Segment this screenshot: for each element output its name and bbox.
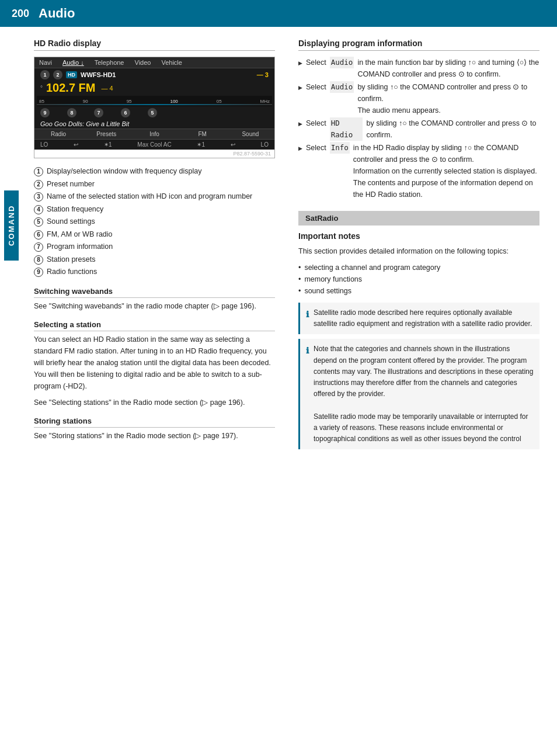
nav-navi: Navi <box>39 59 52 66</box>
ann-num-8: 8 <box>34 255 43 265</box>
storing-stations-text: See "Storing stations" in the Radio mode… <box>34 430 275 442</box>
radio-circle-8: 8 <box>67 108 76 117</box>
annotation-8: 8 Station presets <box>34 255 275 265</box>
radio-circle-6: 6 <box>121 108 130 117</box>
radio-circle-2: 2 <box>53 70 62 79</box>
selecting-station-title: Selecting a station <box>34 320 275 331</box>
ann-text-1: Display/selection window with frequency … <box>47 167 201 177</box>
bottom-star1: ✶1 <box>104 141 112 148</box>
nav-telephone: Telephone <box>95 59 124 66</box>
nav-video: Video <box>135 59 151 66</box>
menu-presets[interactable]: Presets <box>82 129 130 139</box>
annotation-4: 4 Station frequency <box>34 204 275 215</box>
info-icon-1: ℹ <box>306 308 309 330</box>
ann-num-3: 3 <box>34 192 43 202</box>
bullet-sound: sound settings <box>298 285 539 297</box>
radio-image-label: P82.87-5590-31 <box>34 150 274 158</box>
switching-wavebands-title: Switching wavebands <box>34 287 275 298</box>
ann-num-5: 5 <box>34 217 43 227</box>
bullet-channel: selecting a channel and program category <box>298 262 539 273</box>
ann-text-7: Program information <box>47 242 113 252</box>
annotation-3: 3 Name of the selected station with HD i… <box>34 192 275 202</box>
info-note-1-text: Satellite radio mode described here requ… <box>314 307 534 330</box>
annotation-9: 9 Radio functions <box>34 267 275 278</box>
ann-num-9: 9 <box>34 268 43 277</box>
annotation-7: 7 Program information <box>34 242 275 252</box>
step4-info: Info <box>330 142 350 154</box>
scale-mhz: MHz <box>260 99 270 104</box>
ann-num-7: 7 <box>34 242 43 252</box>
radio-scale-bar: 85 90 95 100 05 MHz <box>37 96 272 106</box>
scale-90: 90 <box>83 99 88 104</box>
radio-station-line: 1 2 HD WWFS-HD1 — 3 <box>34 68 274 80</box>
radio-degree-mark: ° <box>40 85 43 91</box>
step-3: Select HD Radio by sliding ↑○ the COMAND… <box>298 117 539 141</box>
info-note-1: ℹ Satellite radio mode described here re… <box>298 303 539 334</box>
radio-display-box: Navi Audio ↓ Telephone Video Vehicle 1 2… <box>34 57 275 158</box>
left-column: HD Radio display Navi Audio ↓ Telephone … <box>34 39 275 454</box>
step1-audio: Audio <box>330 57 354 68</box>
bottom-lo-left: LO <box>40 141 48 148</box>
displaying-program-title: Displaying program information <box>298 39 539 51</box>
important-notes-title: Important notes <box>298 231 539 241</box>
info-icon-2: ℹ <box>306 344 309 445</box>
step2-audio: Audio <box>330 81 354 93</box>
step3-hd-radio: HD Radio <box>330 117 363 141</box>
radio-freq-line: ° 102.7 FM — 4 <box>34 80 274 96</box>
step-2: Select Audio by sliding ↑○ the COMAND co… <box>298 81 539 116</box>
menu-info[interactable]: Info <box>130 129 178 139</box>
annotation-6: 6 FM, AM or WB radio <box>34 230 275 240</box>
bottom-arrow2: ↩ <box>231 141 235 148</box>
ann-num-4: 4 <box>34 205 43 214</box>
ann-num-1: 1 <box>34 167 43 176</box>
bottom-center: Max Cool AC <box>137 141 171 148</box>
annotation-2: 2 Preset number <box>34 179 275 190</box>
circle-nums-row: 9 8 7 6 5 <box>34 106 274 119</box>
radio-ch4: — 4 <box>101 85 113 92</box>
storing-stations-title: Storing stations <box>34 417 275 428</box>
switching-wavebands-text: See "Switching wavebands" in the radio m… <box>34 300 275 312</box>
radio-circle-9: 9 <box>40 108 50 117</box>
sidebar: COMAND <box>0 27 22 466</box>
info-note-2: ℹ Note that the categories and channels … <box>298 339 539 449</box>
radio-menu-bar: Radio Presets Info FM Sound <box>34 129 274 140</box>
ann-text-6: FM, AM or WB radio <box>47 230 113 240</box>
step-1: Select Audio in the main function bar by… <box>298 57 539 80</box>
nav-vehicle: Vehicle <box>161 59 182 66</box>
main-content: HD Radio display Navi Audio ↓ Telephone … <box>22 27 557 466</box>
selecting-station-text: You can select an HD Radio station in th… <box>34 334 275 392</box>
ann-text-3: Name of the selected station with HD ico… <box>47 192 252 202</box>
bullet-memory: memory functions <box>298 273 539 285</box>
menu-sound[interactable]: Sound <box>227 129 274 139</box>
scale-95: 95 <box>127 99 132 104</box>
radio-frequency: 102.7 FM <box>46 81 95 95</box>
radio-station-name: WWFS-HD1 <box>81 71 253 78</box>
info-note-2-content: Note that the categories and channels sh… <box>314 344 534 445</box>
annotation-1: 1 Display/selection window with frequenc… <box>34 167 275 177</box>
bottom-lo-right: LO <box>261 141 269 148</box>
info-note-2-cont: Satellite radio mode may be temporarily … <box>314 412 528 443</box>
radio-circle-5: 5 <box>148 108 157 117</box>
satradio-header: SatRadio <box>298 211 539 226</box>
right-column: Displaying program information Select Au… <box>298 39 539 454</box>
info-note-2-text: Note that the categories and channels sh… <box>314 345 533 398</box>
ann-text-8: Station presets <box>47 255 95 265</box>
scale-100: 100 <box>170 99 177 104</box>
selecting-station-text2: See "Selecting stations" in the Radio mo… <box>34 397 275 408</box>
radio-screen: Navi Audio ↓ Telephone Video Vehicle 1 2… <box>34 57 274 150</box>
radio-channel-num: — 3 <box>257 71 269 78</box>
radio-bottom-bar: LO ↩ ✶1 Max Cool AC ✶1 ↩ LO <box>34 140 274 150</box>
menu-radio[interactable]: Radio <box>34 129 82 139</box>
satradio-intro-text: This section provides detailed informati… <box>298 245 539 257</box>
ann-num-2: 2 <box>34 180 43 189</box>
page-number: 200 <box>12 8 29 20</box>
bottom-star2: ✶1 <box>197 141 205 148</box>
ann-text-4: Station frequency <box>47 204 103 215</box>
nav-audio: Audio ↓ <box>62 59 84 66</box>
satradio-bullet-list: selecting a channel and program category… <box>298 262 539 297</box>
menu-fm[interactable]: FM <box>179 129 227 139</box>
ann-text-2: Preset number <box>47 179 95 190</box>
annotation-5: 5 Sound settings <box>34 217 275 227</box>
radio-circle-1: 1 <box>40 70 50 79</box>
page-title: Audio <box>39 6 75 21</box>
